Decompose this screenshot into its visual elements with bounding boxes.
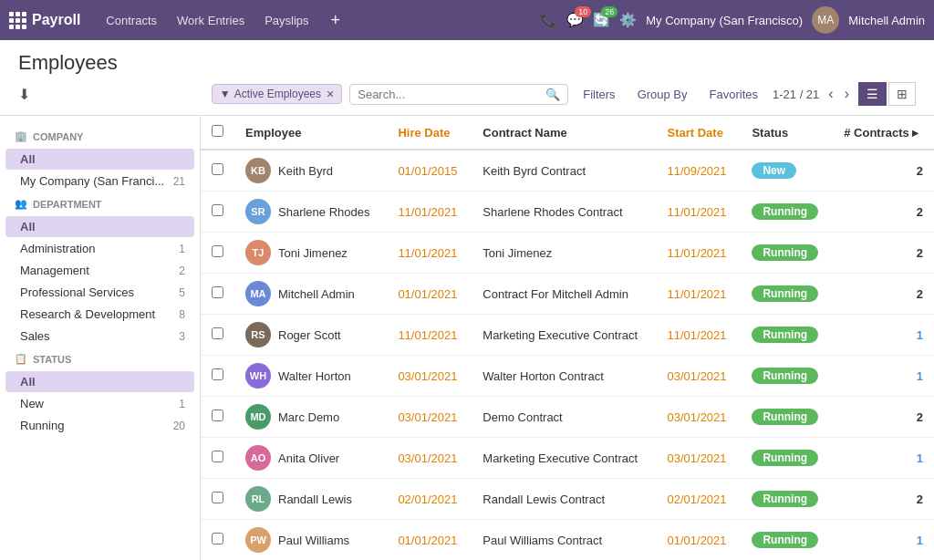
row-employee[interactable]: TJ Toni Jimenez (234, 233, 387, 274)
status-badge: Running (752, 532, 818, 548)
department-section-title: 👥 DEPARTMENT (15, 198, 185, 210)
employee-name: Roger Scott (278, 328, 341, 342)
row-checkbox[interactable] (212, 451, 223, 462)
col-hire-date[interactable]: Hire Date (387, 116, 472, 150)
search-icon[interactable]: 🔍 (545, 88, 560, 101)
status-section-title: 📋 STATUS (15, 353, 185, 365)
groupby-button[interactable]: Group By (630, 84, 695, 105)
row-checkbox[interactable] (212, 533, 223, 544)
app-brand[interactable]: Payroll (9, 12, 80, 29)
col-contract-name[interactable]: Contract Name (472, 116, 656, 150)
row-checkbox[interactable] (212, 204, 223, 216)
col-employee[interactable]: Employee (234, 116, 387, 150)
row-checkbox-cell[interactable] (201, 397, 234, 438)
row-checkbox[interactable] (212, 245, 223, 257)
filter-remove-icon[interactable]: × (327, 87, 334, 101)
row-contract-name[interactable]: Toni Jimenez (472, 233, 656, 274)
company-section-title: 🏢 COMPANY (15, 130, 185, 142)
row-employee[interactable]: MD Marc Demo (234, 397, 387, 438)
row-status: Running (741, 479, 833, 520)
row-contract-name[interactable]: Paul Williams Contract (472, 520, 656, 561)
sidebar-status-new[interactable]: New 1 (5, 393, 194, 414)
nav-work-entries[interactable]: Work Entries (168, 10, 254, 31)
header-checkbox-cell[interactable] (201, 116, 234, 150)
row-employee[interactable]: KB Keith Byrd (234, 150, 387, 192)
row-contract-name[interactable]: Randall Lewis Contract (472, 479, 656, 520)
add-button[interactable]: + (326, 11, 347, 30)
sidebar-dept-administration[interactable]: Administration 1 (5, 238, 194, 259)
search-input[interactable] (358, 88, 545, 101)
active-filter-tag[interactable]: ▼ Active Employees × (212, 84, 342, 104)
row-contract-name[interactable]: Marketing Executive Contract (472, 438, 656, 479)
grid-view-button[interactable]: ⊞ (888, 82, 916, 106)
prev-page-button[interactable]: ‹ (826, 86, 835, 102)
row-checkbox-cell[interactable] (201, 315, 234, 356)
row-contracts: 1 (833, 520, 934, 561)
row-checkbox-cell[interactable] (201, 356, 234, 397)
row-contract-name[interactable]: Demo Contract (472, 397, 656, 438)
settings-icon[interactable]: ⚙️ (619, 12, 637, 28)
activity-icon[interactable]: 🔄 26 (593, 12, 610, 28)
row-status: Running (741, 438, 833, 479)
row-checkbox[interactable] (212, 410, 223, 421)
department-icon: 👥 (15, 198, 27, 210)
row-contract-name[interactable]: Sharlene Rhodes Contract (472, 192, 656, 233)
row-checkbox-cell[interactable] (201, 438, 234, 479)
filters-button[interactable]: Filters (576, 84, 622, 105)
status-badge: Running (752, 368, 818, 384)
row-checkbox-cell[interactable] (201, 479, 234, 520)
main-content: Employee Hire Date Contract Name Start D… (201, 116, 934, 560)
sidebar-company-mycompany[interactable]: My Company (San Franci... 21 (5, 171, 194, 192)
sidebar-dept-all[interactable]: All (5, 216, 194, 237)
row-employee[interactable]: MA Mitchell Admin (234, 274, 387, 315)
grid-icon (9, 12, 26, 29)
sidebar-status-running[interactable]: Running 20 (5, 415, 194, 436)
row-checkbox-cell[interactable] (201, 274, 234, 315)
sidebar-dept-professional-services[interactable]: Professional Services 5 (5, 282, 194, 303)
employee-avatar: WH (245, 363, 271, 389)
row-contract-name[interactable]: Keith Byrd Contract (472, 150, 656, 192)
favorites-button[interactable]: Favorites (702, 84, 765, 105)
row-employee[interactable]: RL Randall Lewis (234, 479, 387, 520)
row-checkbox[interactable] (212, 327, 223, 339)
row-contract-name[interactable]: Walter Horton Contract (472, 356, 656, 397)
row-checkbox-cell[interactable] (201, 520, 234, 561)
col-start-date[interactable]: Start Date (656, 116, 741, 150)
row-checkbox-cell[interactable] (201, 233, 234, 274)
row-contract-name[interactable]: Contract For Mitchell Admin (472, 274, 656, 315)
phone-icon[interactable]: 📞 (540, 12, 557, 28)
row-employee[interactable]: SR Sharlene Rhodes (234, 192, 387, 233)
row-employee[interactable]: WH Walter Horton (234, 356, 387, 397)
table-row: PW Paul Williams 01/01/2021 Paul William… (201, 520, 934, 561)
status-badge: Running (752, 203, 818, 220)
status-badge: Running (752, 409, 818, 425)
row-contracts: 1 (833, 356, 934, 397)
next-page-button[interactable]: › (843, 86, 851, 102)
sidebar-dept-professional-services-label: Professional Services (20, 285, 134, 299)
nav-payslips[interactable]: Payslips (255, 10, 317, 31)
col-contracts[interactable]: # Contracts ▸ (833, 116, 934, 150)
download-icon[interactable]: ⬇ (18, 86, 30, 103)
row-employee[interactable]: PW Paul Williams (234, 520, 387, 561)
sidebar-dept-sales[interactable]: Sales 3 (5, 326, 194, 347)
row-checkbox[interactable] (212, 163, 223, 175)
row-checkbox[interactable] (212, 492, 223, 503)
sidebar-dept-management[interactable]: Management 2 (5, 260, 194, 281)
row-contract-name[interactable]: Marketing Executive Contract (472, 315, 656, 356)
sidebar-dept-research[interactable]: Research & Development 8 (5, 304, 194, 325)
row-checkbox-cell[interactable] (201, 150, 234, 192)
row-employee[interactable]: RS Roger Scott (234, 315, 387, 356)
sidebar-status-all[interactable]: All (5, 371, 194, 392)
col-status[interactable]: Status (741, 116, 833, 150)
row-hire-date: 11/01/2021 (387, 233, 472, 274)
row-checkbox-cell[interactable] (201, 192, 234, 233)
list-view-button[interactable]: ☰ (858, 82, 887, 106)
row-checkbox[interactable] (212, 286, 223, 298)
sidebar-company-all[interactable]: All (5, 149, 194, 170)
row-employee[interactable]: AO Anita Oliver (234, 438, 387, 479)
nav-contracts[interactable]: Contracts (97, 10, 166, 31)
table-row: KB Keith Byrd 01/01/2015 Keith Byrd Cont… (201, 150, 934, 192)
chat-icon[interactable]: 💬 10 (566, 12, 584, 28)
select-all-checkbox[interactable] (212, 125, 223, 137)
row-checkbox[interactable] (212, 368, 223, 380)
